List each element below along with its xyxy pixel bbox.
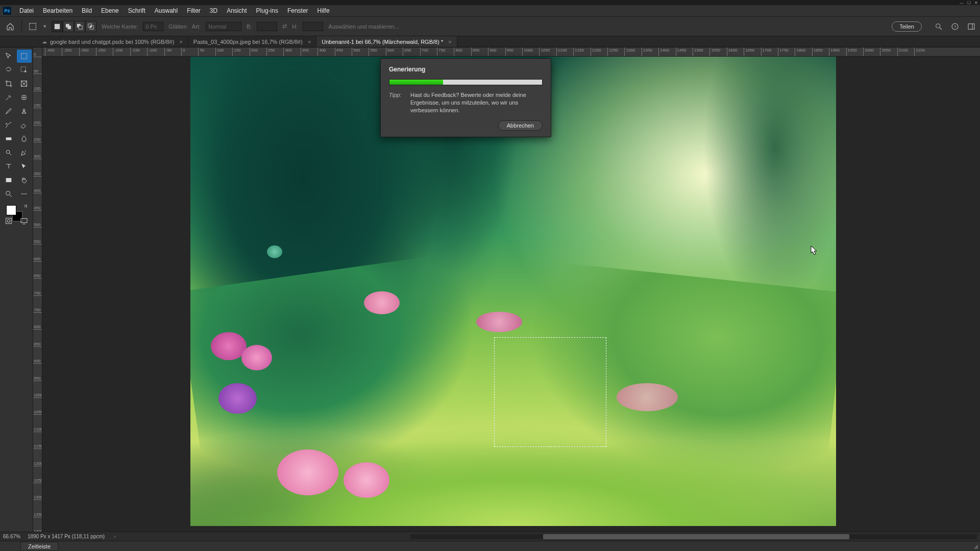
height-label: H: — [292, 23, 298, 30]
svg-point-9 — [936, 23, 940, 28]
foreground-color[interactable] — [6, 205, 16, 215]
selection-subtract-button[interactable] — [74, 21, 85, 32]
crop-tool[interactable] — [1, 77, 16, 90]
zoom-tool[interactable] — [1, 187, 16, 201]
svg-point-30 — [23, 193, 24, 194]
swap-colors-icon[interactable]: ⤭ — [23, 203, 28, 209]
close-icon[interactable]: × — [179, 39, 182, 45]
dodge-tool[interactable] — [1, 146, 16, 159]
move-tool[interactable] — [1, 49, 16, 63]
tools-panel: ⤭ — [0, 47, 33, 541]
window-maximize-button[interactable]: ☐ — [966, 1, 972, 5]
help-icon[interactable]: ? — [950, 22, 960, 31]
dialog-title: Generierung — [389, 66, 543, 73]
object-select-tool[interactable] — [17, 63, 32, 77]
frame-tool[interactable] — [17, 77, 32, 90]
workspace-switcher-icon[interactable] — [967, 22, 976, 31]
vertical-ruler[interactable]: 0501001502002503003504004505005506006507… — [33, 47, 42, 541]
path-select-tool[interactable] — [17, 160, 32, 173]
menu-window[interactable]: Fenster — [283, 6, 312, 16]
svg-rect-15 — [21, 54, 27, 59]
blur-tool[interactable] — [17, 132, 32, 145]
menu-help[interactable]: Hilfe — [313, 6, 334, 16]
svg-line-28 — [10, 195, 12, 197]
menu-view[interactable]: Ansicht — [223, 6, 251, 16]
rectangle-tool[interactable] — [1, 173, 16, 187]
menu-layer[interactable]: Ebene — [97, 6, 123, 16]
menu-file[interactable]: Datei — [15, 6, 38, 16]
svg-rect-34 — [21, 218, 27, 222]
menu-3d[interactable]: 3D — [206, 6, 222, 16]
bottom-panel-strip: Zeitleiste ◢ — [0, 541, 980, 551]
doc-tab-label: Unbenannt-1 bei 66,7% (Märchenwald, RGB/… — [322, 39, 443, 45]
svg-point-31 — [26, 193, 27, 194]
doc-tab-1[interactable]: Pasta_03_4000px.jpeg bei 16,7% (RGB/8#) … — [188, 36, 316, 47]
menu-type[interactable]: Schrift — [124, 6, 150, 16]
resize-grip-icon[interactable]: ◢ — [974, 543, 978, 549]
brush-tool[interactable] — [1, 105, 16, 118]
menu-filter[interactable]: Filter — [183, 6, 205, 16]
progress-bar — [389, 79, 543, 85]
svg-point-33 — [7, 219, 10, 222]
document-info[interactable]: 1890 Px x 1417 Px (118,11 ppcm) — [28, 534, 105, 539]
clone-stamp-tool[interactable] — [17, 105, 32, 118]
zoom-level[interactable]: 66.67% — [3, 534, 20, 539]
edit-toolbar-button[interactable] — [17, 187, 32, 201]
hand-tool[interactable] — [17, 173, 32, 187]
doc-tab-2[interactable]: Unbenannt-1 bei 66,7% (Märchenwald, RGB/… — [316, 36, 457, 47]
style-label: Art: — [192, 23, 201, 30]
svg-rect-32 — [6, 218, 12, 224]
width-input — [257, 22, 277, 31]
history-brush-tool[interactable] — [1, 118, 16, 132]
menu-plugins[interactable]: Plug-ins — [252, 6, 282, 16]
pen-tool[interactable] — [17, 146, 32, 159]
window-minimize-button[interactable]: — — [959, 1, 965, 5]
selection-add-button[interactable] — [63, 21, 74, 32]
type-tool[interactable] — [1, 160, 16, 173]
svg-point-27 — [6, 191, 10, 195]
window-close-button[interactable]: ✕ — [973, 1, 979, 5]
menu-edit[interactable]: Bearbeiten — [39, 6, 77, 16]
rect-marquee-tool[interactable] — [17, 49, 32, 63]
tip-text: Hast du Feedback? Bewerte oder melde dei… — [410, 91, 543, 114]
share-button[interactable]: Teilen — [892, 21, 922, 32]
svg-rect-0 — [30, 23, 36, 30]
status-chevron-icon[interactable]: › — [112, 534, 117, 539]
horizontal-ruler[interactable]: -400-350-300-250-200-150-100-50050100150… — [42, 47, 980, 57]
lasso-tool[interactable] — [1, 63, 16, 77]
feather-input[interactable]: 0 Px — [143, 22, 163, 31]
spot-heal-tool[interactable] — [17, 91, 32, 104]
swap-wh-button: ⇄ — [282, 23, 287, 30]
select-and-mask-button[interactable]: Auswählen und maskieren... — [328, 23, 399, 30]
tip-label: Tipp: — [389, 91, 406, 114]
doc-tab-label: Pasta_03_4000px.jpeg bei 16,7% (RGB/8#) — [193, 39, 303, 45]
selection-intersect-button[interactable] — [85, 21, 96, 32]
menu-select[interactable]: Auswahl — [151, 6, 182, 16]
svg-rect-13 — [968, 23, 974, 29]
search-icon[interactable] — [934, 22, 943, 31]
scrollbar-thumb[interactable] — [543, 534, 849, 539]
window-titlebar: — ☐ ✕ — [0, 0, 980, 5]
timeline-tab[interactable]: Zeitleiste — [20, 542, 58, 551]
cloud-icon: ☁ — [42, 39, 47, 44]
close-icon[interactable]: × — [308, 39, 311, 45]
cursor-icon — [811, 245, 818, 256]
cancel-button[interactable]: Abbrechen — [498, 120, 543, 131]
screen-mode-button[interactable] — [16, 215, 32, 227]
horizontal-scrollbar[interactable] — [410, 534, 977, 539]
menu-image[interactable]: Bild — [78, 6, 96, 16]
status-bar: 66.67% 1890 Px x 1417 Px (118,11 ppcm) › — [0, 532, 980, 541]
close-icon[interactable]: × — [448, 39, 451, 45]
svg-rect-3 — [67, 26, 71, 29]
doc-tab-0[interactable]: ☁ google bard und chatgpt.psdc bei 100% … — [37, 36, 188, 47]
eyedropper-tool[interactable] — [1, 91, 16, 104]
width-label: B: — [247, 23, 252, 30]
marquee-selection[interactable] — [494, 337, 606, 447]
selection-new-button[interactable] — [52, 21, 63, 32]
document-tabs: ☁ google bard und chatgpt.psdc bei 100% … — [0, 36, 980, 47]
style-select[interactable]: Normal — [206, 22, 241, 31]
eraser-tool[interactable] — [17, 118, 32, 132]
quick-mask-button[interactable] — [1, 215, 16, 227]
home-button[interactable] — [4, 20, 16, 33]
gradient-tool[interactable] — [1, 132, 16, 145]
